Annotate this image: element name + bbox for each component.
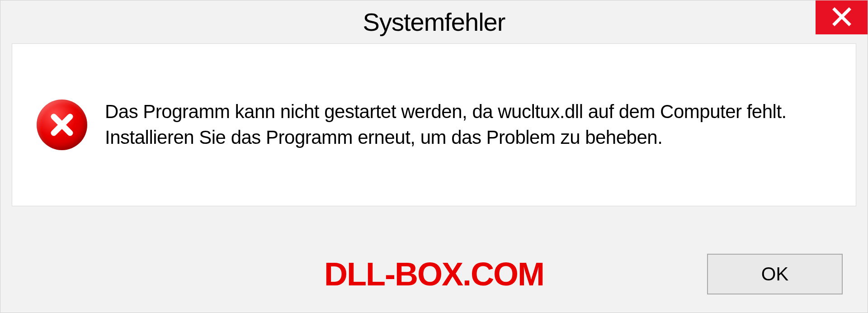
error-message: Das Programm kann nicht gestartet werden… <box>105 99 833 150</box>
titlebar: Systemfehler <box>0 0 868 43</box>
watermark-text: DLL-BOX.COM <box>324 256 544 293</box>
error-dialog: Systemfehler Das Programm kann nicht ges… <box>0 0 868 313</box>
dialog-footer: DLL-BOX.COM OK <box>0 249 868 299</box>
dialog-title: Systemfehler <box>363 7 505 37</box>
error-icon <box>35 100 89 150</box>
close-button[interactable] <box>816 0 868 34</box>
close-icon <box>832 7 852 28</box>
content-panel: Das Programm kann nicht gestartet werden… <box>12 43 856 206</box>
ok-button[interactable]: OK <box>707 254 843 294</box>
